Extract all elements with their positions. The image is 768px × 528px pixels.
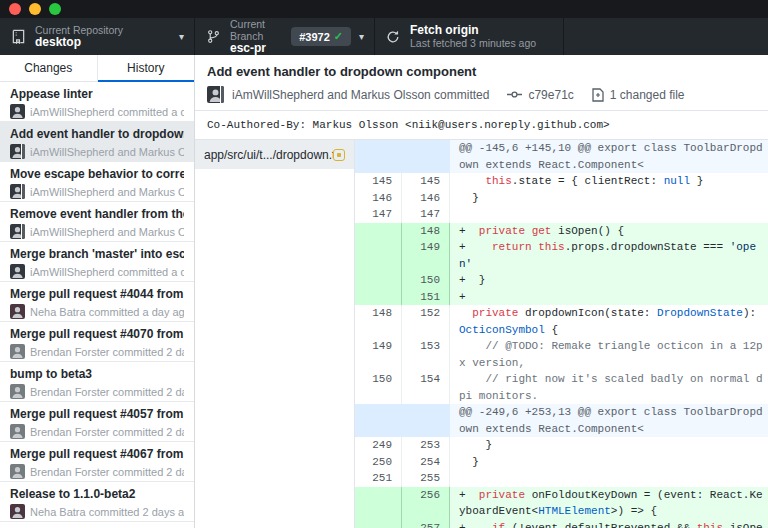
diff-new-line-number bbox=[402, 404, 450, 437]
commit-item-title: Add event handler to dropdown com... bbox=[10, 127, 184, 141]
commit-item-byline: iAmWillShepherd and Markus Olsson... bbox=[30, 226, 184, 238]
diff-old-line-number bbox=[355, 289, 402, 306]
commit-meta: iAmWillShepherd and Markus Olsson commit… bbox=[207, 86, 756, 103]
zoom-window-button[interactable] bbox=[49, 3, 61, 15]
fetch-text: Fetch origin Last fetched 3 minutes ago bbox=[410, 24, 536, 50]
diff-row[interactable]: 146 146 } bbox=[355, 190, 768, 207]
commit-list-item[interactable]: bump to beta3 Brendan Forster committed … bbox=[0, 362, 194, 402]
co-author-avatar bbox=[21, 184, 25, 199]
commit-item-byline: Brendan Forster committed 2 days ago bbox=[30, 426, 184, 438]
diff-row[interactable]: 257 + if (!event.defaultPrevented && thi… bbox=[355, 520, 768, 528]
tab-changes[interactable]: Changes bbox=[0, 55, 97, 81]
diff-row[interactable]: 145 145 this.state = { clientRect: null … bbox=[355, 173, 768, 190]
diff-code-line: + private get isOpen() { bbox=[450, 223, 768, 240]
diff-code-line: + private onFoldoutKeyDown = (event: Rea… bbox=[450, 487, 768, 520]
diff-new-line-number: 151 bbox=[402, 289, 450, 306]
diff-row[interactable]: 147 147 bbox=[355, 206, 768, 223]
avatar bbox=[10, 504, 25, 519]
current-repository-button[interactable]: Current Repository desktop ▾ bbox=[0, 18, 195, 55]
commit-item-title: bump to beta3 bbox=[10, 367, 184, 381]
diff-new-line-number: 146 bbox=[402, 190, 450, 207]
commit-item-title: Merge pull request #4070 from desk.. bbox=[10, 327, 184, 341]
co-author-avatar bbox=[21, 224, 25, 239]
diff-row[interactable]: 149 153 // @TODO: Remake triangle octico… bbox=[355, 338, 768, 371]
diff-new-line-number: 148 bbox=[402, 223, 450, 240]
diff-row[interactable]: 148 + private get isOpen() { bbox=[355, 223, 768, 240]
diff-new-line-number: 145 bbox=[402, 173, 450, 190]
diff-row[interactable]: @@ -249,6 +253,13 @@ export class Toolba… bbox=[355, 404, 768, 437]
diff-code-line: private dropdownIcon(state: DropdownStat… bbox=[450, 305, 768, 338]
commit-item-title: Release to 1.1.0-beta2 bbox=[10, 487, 184, 501]
tab-history[interactable]: History bbox=[97, 55, 195, 81]
commit-item-byline: Brendan Forster committed 2 days ago bbox=[30, 466, 184, 478]
diff-new-line-number: 256 bbox=[402, 487, 450, 520]
diff-old-line-number: 145 bbox=[355, 173, 402, 190]
branch-text: Current Branch esc-pr bbox=[230, 18, 277, 56]
diff-old-line-number: 250 bbox=[355, 454, 402, 471]
diff-code-line: + return this.props.dropdownState === 'o… bbox=[450, 239, 768, 272]
diff-row[interactable]: 256 + private onFoldoutKeyDown = (event:… bbox=[355, 487, 768, 520]
fetch-origin-button[interactable]: Fetch origin Last fetched 3 minutes ago bbox=[375, 18, 564, 55]
branch-label: Current Branch bbox=[230, 18, 277, 42]
diff-code-line: + if (!event.defaultPrevented && this.is… bbox=[450, 520, 768, 528]
diff-old-line-number bbox=[355, 520, 402, 528]
sync-icon bbox=[385, 29, 401, 45]
main-panel: Add event handler to dropdown component … bbox=[195, 55, 768, 528]
diff-row[interactable]: 250 254 } bbox=[355, 454, 768, 471]
commit-list-item[interactable]: Release to 1.1.0-beta2 Neha Batra commit… bbox=[0, 482, 194, 522]
commit-icon bbox=[507, 89, 522, 100]
repo-label: Current Repository bbox=[35, 24, 123, 36]
diff-code-line: // @TODO: Remake triangle octicon in a 1… bbox=[450, 338, 768, 371]
commit-list-item[interactable]: Move escape behavior to correct co... iA… bbox=[0, 162, 194, 202]
diff-viewer[interactable]: @@ -145,6 +145,10 @@ export class Toolba… bbox=[355, 140, 768, 528]
minimize-window-button[interactable] bbox=[29, 3, 41, 15]
commit-list-item[interactable]: Merge pull request #4070 from desk.. Bre… bbox=[0, 322, 194, 362]
commit-list-item[interactable]: Appease linter iAmWillShepherd committed… bbox=[0, 82, 194, 122]
avatar bbox=[207, 86, 224, 103]
commit-item-title: Merge branch 'master' into esc-pr bbox=[10, 247, 184, 261]
commit-list-item[interactable]: Add event handler to dropdown com... iAm… bbox=[0, 122, 194, 162]
diff-old-line-number bbox=[355, 487, 402, 520]
commit-item-meta: Neha Batra committed a day ago bbox=[10, 304, 184, 319]
diff-row[interactable]: 151 + bbox=[355, 289, 768, 306]
diff-old-line-number: 251 bbox=[355, 470, 402, 487]
commit-list-item[interactable]: Merge pull request #4056 from desk.. bbox=[0, 522, 194, 528]
diff-new-line-number: 152 bbox=[402, 305, 450, 338]
commit-list-item[interactable]: Merge pull request #4057 from desk.. Bre… bbox=[0, 402, 194, 442]
close-window-button[interactable] bbox=[9, 3, 21, 15]
diff-row[interactable]: 148 152 private dropdownIcon(state: Drop… bbox=[355, 305, 768, 338]
commit-item-meta: iAmWillShepherd committed a day ago bbox=[10, 264, 184, 279]
file-list-item[interactable]: app/src/ui/t.../dropdown.tsx bbox=[195, 140, 354, 169]
diff-row[interactable]: 149 + return this.props.dropdownState ==… bbox=[355, 239, 768, 272]
chevron-down-icon: ▾ bbox=[351, 31, 364, 42]
commit-list-item[interactable]: Remove event handler from the bran... iA… bbox=[0, 202, 194, 242]
commit-item-title: Merge pull request #4067 from desk.. bbox=[10, 447, 184, 461]
diff-code-line: } bbox=[450, 190, 768, 207]
commit-list-item[interactable]: Merge pull request #4044 from des... Neh… bbox=[0, 282, 194, 322]
diff-code-line: // right now it's scaled badly on normal… bbox=[450, 371, 768, 404]
commit-list-item[interactable]: Merge branch 'master' into esc-pr iAmWil… bbox=[0, 242, 194, 282]
avatar bbox=[10, 104, 25, 119]
current-branch-button[interactable]: Current Branch esc-pr #3972 ✓ ▾ bbox=[195, 18, 375, 55]
diff-row[interactable]: 150 154 // right now it's scaled badly o… bbox=[355, 371, 768, 404]
pr-number: #3972 bbox=[299, 31, 330, 43]
avatar bbox=[10, 144, 25, 159]
diff-old-line-number: 148 bbox=[355, 305, 402, 338]
diff-old-line-number: 146 bbox=[355, 190, 402, 207]
diff-hunk-header: @@ -249,6 +253,13 @@ export class Toolba… bbox=[450, 404, 768, 437]
diff-new-line-number: 149 bbox=[402, 239, 450, 272]
commit-sha[interactable]: c79e71c bbox=[528, 88, 573, 102]
diff-row[interactable]: @@ -145,6 +145,10 @@ export class Toolba… bbox=[355, 140, 768, 173]
diff-row[interactable]: 150 + } bbox=[355, 272, 768, 289]
co-author-avatar bbox=[21, 144, 25, 159]
pull-request-badge[interactable]: #3972 ✓ bbox=[291, 27, 351, 46]
commit-item-byline: Neha Batra committed 2 days ago bbox=[30, 506, 184, 518]
commit-list-item[interactable]: Merge pull request #4067 from desk.. Bre… bbox=[0, 442, 194, 482]
diff-row[interactable]: 249 253 } bbox=[355, 437, 768, 454]
changed-files-count: 1 changed file bbox=[610, 88, 685, 102]
diff-row[interactable]: 251 255 bbox=[355, 470, 768, 487]
commit-item-byline: Neha Batra committed a day ago bbox=[30, 306, 184, 318]
diff-code-line bbox=[450, 470, 768, 487]
commit-item-byline: iAmWillShepherd and Markus Olsson... bbox=[30, 146, 184, 158]
sidebar-tabs: Changes History bbox=[0, 55, 194, 82]
